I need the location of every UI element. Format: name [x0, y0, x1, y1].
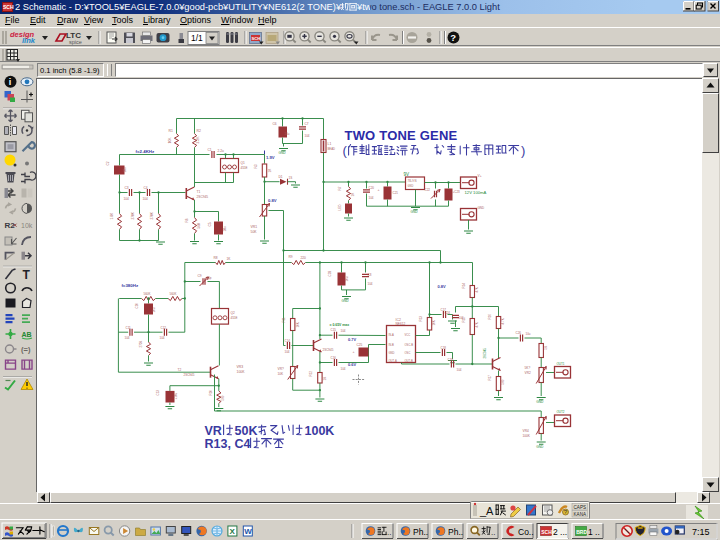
- svg-text:C3: C3: [125, 186, 129, 190]
- svg-text:9V: 9V: [404, 172, 411, 177]
- svg-text:C18: C18: [441, 346, 447, 350]
- svg-text:5K?: 5K?: [525, 366, 531, 370]
- svg-text:C20: C20: [369, 186, 375, 190]
- svg-text:R7: R7: [338, 186, 342, 190]
- svg-text:100K: 100K: [305, 424, 335, 438]
- svg-text:TWO TONE GENE: TWO TONE GENE: [345, 128, 458, 143]
- svg-text:C8: C8: [368, 273, 372, 277]
- svg-text:455E: 455E: [231, 316, 238, 320]
- svg-text:VR?: VR?: [278, 367, 284, 371]
- svg-text:GND: GND: [389, 351, 395, 355]
- svg-text:2.2u: 2.2u: [218, 149, 224, 153]
- svg-text:560: 560: [197, 223, 201, 229]
- svg-text:104: 104: [369, 196, 374, 200]
- svg-text:1K: 1K: [227, 257, 232, 261]
- svg-text:GND: GND: [536, 400, 544, 404]
- svg-text:R14: R14: [462, 283, 466, 289]
- svg-text:GND: GND: [536, 445, 544, 449]
- svg-text:= 0.65V max: = 0.65V max: [330, 323, 350, 327]
- svg-text:10k: 10k: [21, 222, 33, 229]
- svg-text:1.9V: 1.9V: [266, 155, 275, 160]
- svg-text:1.8K: 1.8K: [110, 212, 114, 219]
- svg-text:R12: R12: [309, 371, 313, 377]
- svg-text:560K: 560K: [144, 292, 151, 296]
- svg-text:L1: L1: [328, 142, 332, 146]
- svg-text:104: 104: [341, 329, 346, 333]
- svg-text:30p: 30p: [207, 276, 212, 280]
- svg-text:1K: 1K: [323, 377, 327, 381]
- svg-text:Q2: Q2: [231, 311, 235, 315]
- svg-text:T: T: [23, 268, 31, 282]
- svg-text:0.8V: 0.8V: [438, 284, 447, 289]
- svg-text:spice: spice: [69, 39, 82, 45]
- svg-text:104: 104: [285, 350, 290, 354]
- svg-text:R10: R10: [209, 390, 213, 396]
- svg-text:R2: R2: [197, 129, 201, 133]
- svg-text:BRD: BRD: [576, 529, 587, 535]
- svg-text:104: 104: [457, 368, 462, 372]
- svg-text:i: i: [9, 77, 12, 87]
- svg-text:OUT2: OUT2: [557, 410, 565, 414]
- svg-text:VR3: VR3: [237, 365, 244, 369]
- svg-text:KANA: KANA: [574, 512, 587, 517]
- svg-text:GND: GND: [478, 206, 486, 210]
- svg-text:_A: _A: [479, 505, 494, 517]
- svg-text:2.2K: 2.2K: [196, 136, 200, 144]
- svg-text:C11: C11: [126, 326, 132, 330]
- svg-text:IN-B: IN-B: [389, 343, 395, 347]
- svg-text:?: ?: [450, 32, 456, 43]
- svg-text:R15: R15: [462, 317, 466, 323]
- svg-text:104: 104: [143, 197, 149, 201]
- svg-text:Q1: Q1: [241, 161, 245, 165]
- svg-text:10K: 10K: [432, 320, 436, 325]
- svg-text:C24: C24: [445, 311, 451, 315]
- svg-text:10u: 10u: [526, 332, 531, 336]
- svg-text:C2: C2: [106, 161, 110, 165]
- svg-text:0.8V: 0.8V: [268, 198, 277, 203]
- svg-text:Ph..: Ph..: [448, 527, 463, 537]
- svg-text:Ph..: Ph..: [413, 527, 428, 537]
- svg-text:104: 104: [368, 282, 373, 286]
- svg-text:..: ..: [387, 528, 391, 537]
- svg-text:10K: 10K: [168, 137, 172, 144]
- svg-text:78L9 N: 78L9 N: [408, 179, 417, 183]
- svg-text:100K: 100K: [237, 370, 246, 374]
- svg-text:1K: 1K: [268, 168, 272, 173]
- svg-text:2SC945: 2SC945: [483, 348, 487, 359]
- svg-text:2SC945: 2SC945: [323, 348, 334, 352]
- svg-text:R9: R9: [289, 255, 293, 259]
- svg-text:VR4: VR4: [523, 429, 529, 433]
- svg-text:47K: 47K: [475, 287, 479, 292]
- svg-text:1K: 1K: [351, 192, 355, 197]
- svg-text:R1: R1: [169, 129, 173, 133]
- svg-text:C5: C5: [208, 222, 212, 226]
- svg-text:50K: 50K: [235, 424, 258, 438]
- svg-text:10K: 10K: [278, 372, 285, 376]
- svg-text:(: (: [343, 143, 348, 158]
- svg-text:f=380Hz: f=380Hz: [121, 283, 139, 288]
- svg-text:2SC945: 2SC945: [184, 373, 195, 377]
- svg-text:104: 104: [124, 197, 130, 201]
- svg-text:C15: C15: [331, 328, 337, 332]
- svg-text:+C23: +C23: [453, 190, 461, 194]
- svg-text:2SC945: 2SC945: [197, 195, 209, 199]
- svg-text:R8: R8: [214, 256, 218, 260]
- svg-text:10u: 10u: [223, 226, 227, 232]
- svg-text:CAPS: CAPS: [574, 505, 587, 510]
- svg-text:NE612: NE612: [396, 322, 406, 326]
- svg-text:GND: GND: [342, 299, 350, 303]
- svg-text:10u: 10u: [152, 307, 156, 312]
- svg-text:T2: T2: [178, 368, 182, 372]
- svg-text:VR2: VR2: [525, 371, 531, 375]
- svg-text:(=): (=): [21, 345, 31, 354]
- svg-text:AB: AB: [22, 331, 32, 338]
- svg-text:R13: R13: [419, 316, 423, 322]
- svg-text:10K: 10K: [296, 322, 300, 327]
- svg-text:R16: R16: [488, 314, 492, 320]
- svg-text:SCH: SCH: [252, 36, 261, 41]
- svg-text:10u: 10u: [285, 132, 290, 136]
- svg-text:C26: C26: [516, 331, 522, 335]
- svg-text:f=2.4KHz: f=2.4KHz: [136, 149, 155, 154]
- svg-text:BEAD: BEAD: [328, 147, 336, 151]
- svg-text:R6: R6: [185, 218, 189, 222]
